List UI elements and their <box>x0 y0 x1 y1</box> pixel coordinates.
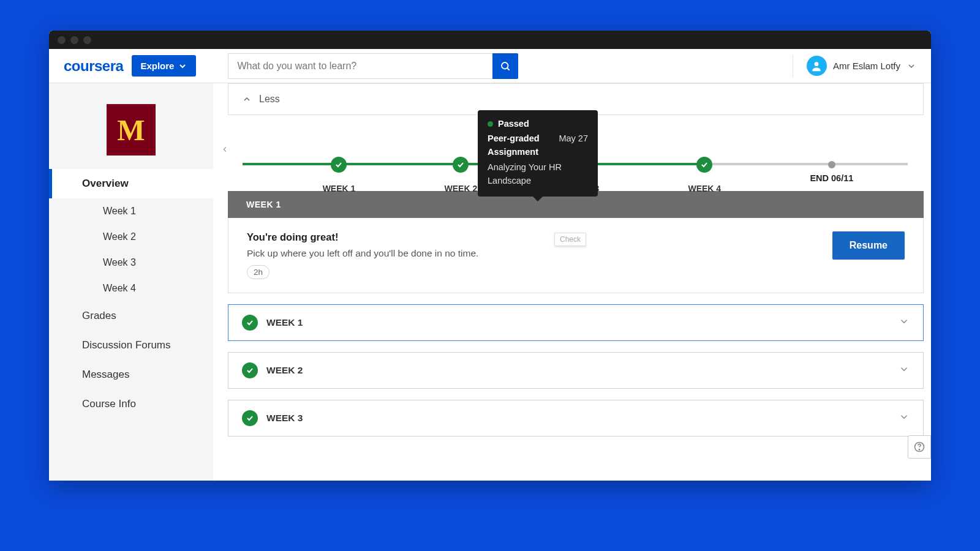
university-m-icon: M <box>117 113 145 147</box>
window-dot <box>70 36 78 44</box>
check-tag: Check <box>554 233 586 246</box>
status-dot-icon <box>488 121 493 127</box>
browser-titlebar <box>49 31 931 49</box>
browser-window: coursera Explore Amr Eslam Lotfy M <box>49 31 931 481</box>
tooltip-description: Analyzing Your HR Landscape <box>488 161 588 188</box>
tooltip-status-label: Passed <box>498 118 529 131</box>
sidebar-item-info[interactable]: Course Info <box>49 389 213 419</box>
node-label: WEEK 4 <box>688 184 721 193</box>
window-dot <box>83 36 91 44</box>
node-label: WEEK 1 <box>323 184 356 193</box>
tooltip-date: May 27 <box>559 132 588 146</box>
duration-pill: 2h <box>247 265 270 279</box>
sidebar-item-week2[interactable]: Week 2 <box>49 224 213 250</box>
explore-label: Explore <box>140 61 174 71</box>
sidebar-item-week3[interactable]: Week 3 <box>49 250 213 276</box>
top-header: coursera Explore Amr Eslam Lotfy <box>49 49 931 83</box>
chevron-down-icon <box>907 61 916 71</box>
resume-card: You're doing great! Pick up where you le… <box>228 218 924 293</box>
week-row-label: WEEK 2 <box>266 365 303 376</box>
check-icon <box>331 157 347 173</box>
sidebar-item-label: Overview <box>82 178 129 189</box>
avatar <box>807 56 827 76</box>
user-menu[interactable]: Amr Eslam Lotfy <box>793 55 916 77</box>
explore-button[interactable]: Explore <box>132 55 196 77</box>
coursera-logo[interactable]: coursera <box>64 58 123 75</box>
timeline-node-week1[interactable]: WEEK 1 <box>323 157 356 193</box>
sidebar-item-week1[interactable]: Week 1 <box>49 198 213 224</box>
check-icon <box>696 157 712 173</box>
svg-point-4 <box>919 449 919 450</box>
person-icon <box>810 60 823 72</box>
sidebar-item-overview[interactable]: Overview <box>49 169 213 198</box>
sidebar-item-messages[interactable]: Messages <box>49 360 213 389</box>
check-icon <box>242 315 258 331</box>
check-icon <box>242 362 258 378</box>
chevron-down-icon <box>899 364 910 377</box>
resume-subtitle: Pick up where you left off and you'll be… <box>247 248 478 259</box>
resume-text: You're doing great! Pick up where you le… <box>247 231 478 279</box>
chevron-up-icon <box>242 94 252 104</box>
week-row[interactable]: WEEK 3 <box>228 400 924 437</box>
chevron-down-icon <box>178 61 187 71</box>
week-row-label: WEEK 1 <box>266 317 303 328</box>
check-icon <box>242 410 258 426</box>
tooltip-status: Passed <box>488 118 588 131</box>
help-button[interactable] <box>908 435 931 459</box>
svg-point-0 <box>502 62 508 69</box>
timeline-node-end: END 06/11 <box>810 157 853 193</box>
chevron-left-icon <box>221 145 229 154</box>
week-row[interactable]: WEEK 1 <box>228 304 924 341</box>
less-label: Less <box>259 94 280 105</box>
sidebar: M Overview Week 1 Week 2 Week 3 Week 4 G… <box>49 83 213 481</box>
search-icon <box>500 61 511 72</box>
user-name: Amr Eslam Lotfy <box>833 61 900 71</box>
sidebar-item-grades[interactable]: Grades <box>49 301 213 331</box>
search-input[interactable] <box>228 53 492 79</box>
sidebar-item-forums[interactable]: Discussion Forums <box>49 331 213 360</box>
search-button[interactable] <box>492 53 518 79</box>
week-row[interactable]: WEEK 2 <box>228 352 924 389</box>
end-dot-icon <box>828 161 835 168</box>
help-icon <box>913 441 925 453</box>
svg-line-1 <box>507 68 510 70</box>
timeline-node-week4[interactable]: WEEK 4 <box>688 157 721 193</box>
resume-button[interactable]: Resume <box>832 231 905 260</box>
university-logo: M <box>107 104 156 156</box>
assignment-tooltip: Passed Peer-graded Assignment May 27 Ana… <box>478 110 598 197</box>
svg-point-2 <box>815 62 819 66</box>
week-row-label: WEEK 3 <box>266 413 303 424</box>
search-bar <box>228 53 518 79</box>
resume-title: You're doing great! <box>247 231 478 243</box>
tooltip-type: Peer-graded Assignment <box>488 132 549 159</box>
timeline-back-button[interactable] <box>221 143 229 157</box>
tooltip-row: Peer-graded Assignment May 27 <box>488 132 588 159</box>
end-label: END 06/11 <box>810 173 853 183</box>
sidebar-item-week4[interactable]: Week 4 <box>49 276 213 301</box>
node-label: WEEK 2 <box>445 184 478 193</box>
window-dot <box>58 36 66 44</box>
university-logo-wrap: M <box>49 83 213 169</box>
timeline-node-week2[interactable]: WEEK 2 <box>445 157 478 193</box>
chevron-down-icon <box>899 411 910 425</box>
chevron-down-icon <box>899 316 910 329</box>
check-icon <box>453 157 469 173</box>
